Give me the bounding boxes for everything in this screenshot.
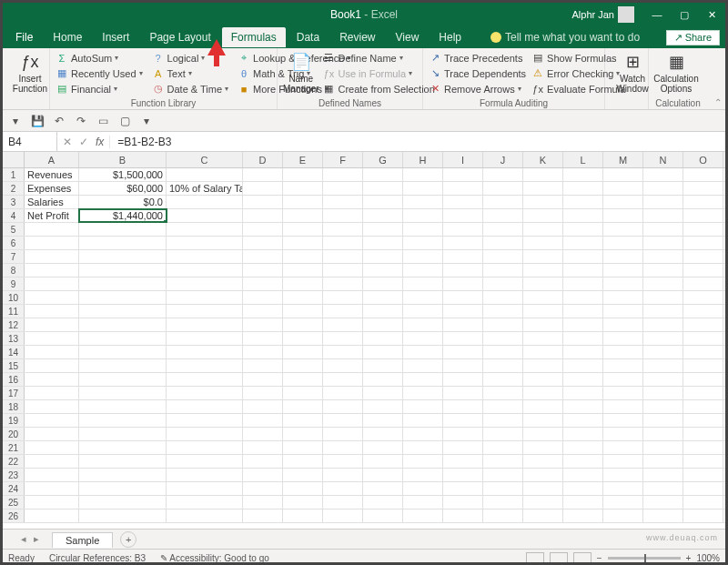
cell-C17[interactable]: [167, 387, 243, 399]
cell-J18[interactable]: [483, 400, 523, 413]
row-header-12[interactable]: 12: [3, 318, 25, 331]
cell-N22[interactable]: [643, 455, 683, 468]
cell-I15[interactable]: [443, 359, 483, 372]
cell-J25[interactable]: [483, 496, 523, 509]
spreadsheet-grid[interactable]: ABCDEFGHIJKLMNO 1Revenues$1,500,0002Expe…: [3, 152, 725, 529]
cell-A6[interactable]: [25, 237, 79, 249]
cell-B7[interactable]: [79, 250, 167, 263]
cell-M17[interactable]: [603, 387, 643, 399]
autosum-button[interactable]: ΣAutoSum ▾: [56, 50, 143, 66]
cell-J11[interactable]: [483, 305, 523, 318]
row-header-6[interactable]: 6: [3, 237, 25, 249]
cell-I10[interactable]: [443, 291, 483, 304]
cell-J4[interactable]: [483, 209, 523, 222]
row-header-5[interactable]: 5: [3, 223, 25, 236]
cell-L12[interactable]: [563, 318, 603, 331]
cell-O19[interactable]: [683, 414, 723, 427]
cell-K13[interactable]: [523, 332, 563, 345]
cell-K18[interactable]: [523, 400, 563, 413]
cell-I19[interactable]: [443, 414, 483, 427]
cell-K1[interactable]: [523, 168, 563, 181]
cell-O22[interactable]: [683, 455, 723, 468]
cell-N16[interactable]: [643, 373, 683, 386]
cell-I17[interactable]: [443, 387, 483, 399]
cell-L19[interactable]: [563, 414, 603, 427]
cell-L15[interactable]: [563, 359, 603, 372]
cell-D2[interactable]: [243, 182, 283, 195]
cell-B22[interactable]: [79, 455, 167, 468]
cell-D20[interactable]: [243, 428, 283, 440]
column-header-C[interactable]: C: [167, 152, 243, 167]
cell-N15[interactable]: [643, 359, 683, 372]
cell-E9[interactable]: [283, 277, 323, 290]
cell-O17[interactable]: [683, 387, 723, 399]
cell-N17[interactable]: [643, 387, 683, 399]
column-header-D[interactable]: D: [243, 152, 283, 167]
cell-C22[interactable]: [167, 455, 243, 468]
cell-J6[interactable]: [483, 237, 523, 249]
cell-H19[interactable]: [403, 414, 443, 427]
cell-J26[interactable]: [483, 510, 523, 522]
cell-M25[interactable]: [603, 496, 643, 509]
column-header-M[interactable]: M: [603, 152, 643, 167]
cell-D22[interactable]: [243, 455, 283, 468]
cell-G14[interactable]: [363, 346, 403, 358]
cell-J17[interactable]: [483, 387, 523, 399]
cell-B14[interactable]: [79, 346, 167, 358]
row-header-4[interactable]: 4: [3, 209, 25, 222]
cell-J7[interactable]: [483, 250, 523, 263]
cell-F7[interactable]: [323, 250, 363, 263]
cell-K9[interactable]: [523, 277, 563, 290]
remove-arrows-button[interactable]: ✕Remove Arrows ▾: [429, 81, 526, 96]
cell-N3[interactable]: [643, 196, 683, 208]
row-header-8[interactable]: 8: [3, 264, 25, 277]
cell-F13[interactable]: [323, 332, 363, 345]
cell-H23[interactable]: [403, 469, 443, 481]
cell-F15[interactable]: [323, 359, 363, 372]
cell-A20[interactable]: [25, 428, 79, 440]
cell-G6[interactable]: [363, 237, 403, 249]
tab-view[interactable]: View: [387, 27, 429, 47]
cell-C3[interactable]: [167, 196, 243, 208]
row-header-24[interactable]: 24: [3, 482, 25, 495]
cell-L1[interactable]: [563, 168, 603, 181]
cell-B18[interactable]: [79, 400, 167, 413]
cell-L7[interactable]: [563, 250, 603, 263]
cell-L17[interactable]: [563, 387, 603, 399]
cell-E25[interactable]: [283, 496, 323, 509]
qat-item-1[interactable]: ▭: [96, 114, 110, 128]
cell-L8[interactable]: [563, 264, 603, 277]
cell-F25[interactable]: [323, 496, 363, 509]
cell-L11[interactable]: [563, 305, 603, 318]
cell-K6[interactable]: [523, 237, 563, 249]
cell-G5[interactable]: [363, 223, 403, 236]
cell-I8[interactable]: [443, 264, 483, 277]
cell-G15[interactable]: [363, 359, 403, 372]
cell-L24[interactable]: [563, 482, 603, 495]
cell-B2[interactable]: $60,000: [79, 182, 167, 195]
cell-G10[interactable]: [363, 291, 403, 304]
cell-A8[interactable]: [25, 264, 79, 277]
watch-window-button[interactable]: ⊞ Watch Window: [611, 50, 654, 97]
cell-A14[interactable]: [25, 346, 79, 358]
cell-B19[interactable]: [79, 414, 167, 427]
cell-B9[interactable]: [79, 277, 167, 290]
cell-O3[interactable]: [683, 196, 723, 208]
tab-help[interactable]: Help: [430, 27, 470, 47]
minimize-button[interactable]: —: [643, 3, 671, 26]
cell-I1[interactable]: [443, 168, 483, 181]
select-all-corner[interactable]: [3, 152, 25, 167]
create-from-selection-button[interactable]: ▦Create from Selection: [322, 81, 434, 96]
cell-F21[interactable]: [323, 441, 363, 454]
row-header-17[interactable]: 17: [3, 387, 25, 399]
zoom-in-button[interactable]: +: [686, 553, 692, 563]
cell-C12[interactable]: [167, 318, 243, 331]
cell-G13[interactable]: [363, 332, 403, 345]
cell-B21[interactable]: [79, 441, 167, 454]
cell-E7[interactable]: [283, 250, 323, 263]
cell-B6[interactable]: [79, 237, 167, 249]
fx-button[interactable]: fx: [96, 136, 104, 148]
cell-J5[interactable]: [483, 223, 523, 236]
cell-F22[interactable]: [323, 455, 363, 468]
cell-D23[interactable]: [243, 469, 283, 481]
